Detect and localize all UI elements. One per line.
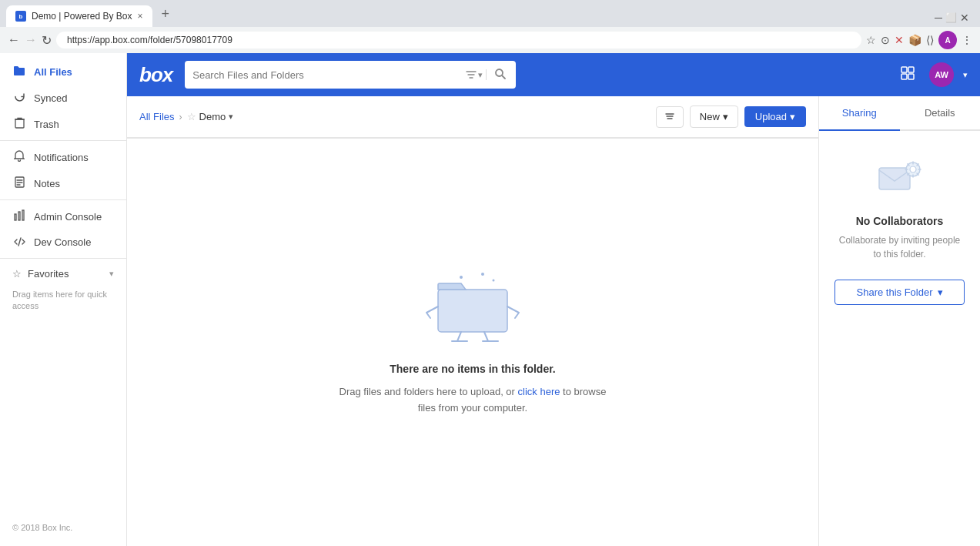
sidebar: All Files Synced Trash Notifications bbox=[0, 53, 127, 546]
breadcrumb-root-link[interactable]: All Files bbox=[139, 111, 175, 122]
grid-view-button[interactable] bbox=[895, 62, 920, 88]
new-label: New bbox=[700, 111, 720, 122]
click-here-link[interactable]: click here bbox=[518, 386, 560, 397]
panel-sharing-content: No Collaborators Collaborate by inviting… bbox=[819, 131, 980, 546]
tab-details[interactable]: Details bbox=[900, 96, 981, 131]
sidebar-item-notifications[interactable]: Notifications bbox=[0, 144, 126, 170]
admin-icon bbox=[12, 209, 26, 223]
upload-label: Upload bbox=[755, 111, 787, 122]
browser-chrome: b Demo | Powered By Box × + ─ ⬜ ✕ ← → ↻ … bbox=[0, 0, 980, 53]
forward-button[interactable]: → bbox=[25, 33, 37, 47]
user-avatar[interactable]: AW bbox=[929, 62, 954, 87]
upload-chevron-icon: ▾ bbox=[790, 111, 795, 122]
active-tab[interactable]: b Demo | Powered By Box × bbox=[6, 5, 152, 27]
search-input[interactable] bbox=[192, 69, 457, 81]
avatar-initials: AW bbox=[935, 70, 948, 79]
extension-1[interactable]: ⊙ bbox=[881, 34, 890, 46]
star-icon: ☆ bbox=[12, 268, 22, 280]
upload-button[interactable]: Upload ▾ bbox=[744, 106, 806, 127]
notes-icon bbox=[12, 176, 26, 190]
url-text: https://app.box.com/folder/57098017709 bbox=[67, 35, 232, 45]
share-folder-button[interactable]: Share this Folder ▾ bbox=[835, 280, 965, 305]
file-section: All Files › ☆ Demo ▾ New ▾ bbox=[127, 96, 818, 546]
sidebar-divider-2 bbox=[0, 199, 126, 200]
sidebar-item-synced[interactable]: Synced bbox=[0, 85, 126, 111]
sidebar-divider-3 bbox=[0, 258, 126, 259]
file-area: There are no items in this folder. Drag … bbox=[127, 139, 818, 546]
breadcrumb-star-icon[interactable]: ☆ bbox=[187, 111, 196, 122]
browser-tab-bar: b Demo | Powered By Box × + ─ ⬜ ✕ bbox=[0, 0, 980, 27]
svg-rect-4 bbox=[22, 210, 24, 220]
back-button[interactable]: ← bbox=[8, 33, 20, 47]
svg-rect-10 bbox=[438, 290, 507, 332]
panel-tabs: Sharing Details bbox=[819, 96, 980, 131]
svg-rect-7 bbox=[908, 67, 914, 72]
sidebar-item-admin-console[interactable]: Admin Console bbox=[0, 203, 126, 229]
breadcrumb: All Files › ☆ Demo ▾ bbox=[139, 111, 233, 122]
avatar-dropdown-icon[interactable]: ▾ bbox=[963, 70, 968, 80]
breadcrumb-dropdown-icon[interactable]: ▾ bbox=[229, 112, 233, 122]
sidebar-favorites[interactable]: ☆ Favorites ▾ bbox=[0, 262, 126, 286]
tab-sharing-label: Sharing bbox=[842, 107, 877, 119]
breadcrumb-separator: › bbox=[179, 112, 182, 122]
empty-subtitle-before: Drag files and folders here to upload, o… bbox=[339, 386, 518, 397]
search-go-button[interactable] bbox=[493, 68, 508, 82]
refresh-button[interactable]: ↻ bbox=[42, 33, 52, 48]
svg-rect-6 bbox=[901, 67, 907, 72]
breadcrumb-current-label: Demo bbox=[199, 111, 226, 122]
trash-icon bbox=[12, 117, 26, 131]
app-body: box ▾ AW ▾ bbox=[127, 53, 980, 546]
tab-close-icon[interactable]: × bbox=[138, 11, 143, 22]
svg-point-12 bbox=[481, 273, 484, 276]
svg-point-13 bbox=[493, 280, 495, 282]
favorites-chevron-icon: ▾ bbox=[109, 269, 114, 279]
sidebar-item-dev-console[interactable]: Dev Console bbox=[0, 229, 126, 255]
tab-sharing[interactable]: Sharing bbox=[819, 96, 900, 131]
svg-rect-8 bbox=[901, 74, 907, 79]
extension-4[interactable]: ⟨⟩ bbox=[926, 34, 934, 46]
sidebar-trash-label: Trash bbox=[34, 119, 59, 130]
sidebar-admin-label: Admin Console bbox=[34, 211, 102, 223]
sidebar-synced-label: Synced bbox=[34, 92, 67, 104]
new-tab-button[interactable]: + bbox=[156, 5, 176, 27]
notifications-icon bbox=[12, 150, 26, 164]
maximize-button[interactable]: ⬜ bbox=[945, 12, 957, 23]
sidebar-drag-hint: Drag items here for quick access bbox=[0, 286, 126, 319]
url-bar[interactable]: https://app.box.com/folder/57098017709 bbox=[56, 32, 861, 49]
breadcrumb-current: ☆ Demo ▾ bbox=[187, 111, 234, 122]
search-bar[interactable]: ▾ bbox=[185, 61, 516, 89]
bookmark-button[interactable]: ☆ bbox=[866, 34, 876, 46]
svg-rect-0 bbox=[15, 119, 24, 128]
sidebar-notifications-label: Notifications bbox=[34, 152, 89, 163]
sidebar-dev-label: Dev Console bbox=[34, 236, 91, 248]
search-filter-button[interactable]: ▾ bbox=[463, 69, 487, 80]
svg-point-16 bbox=[910, 166, 916, 173]
empty-title: There are no items in this folder. bbox=[390, 363, 556, 375]
app-header: box ▾ AW ▾ bbox=[127, 53, 980, 96]
sidebar-footer: © 2018 Box Inc. bbox=[0, 515, 126, 540]
empty-subtitle: Drag files and folders here to upload, o… bbox=[339, 384, 607, 417]
chrome-menu-button[interactable]: ⋮ bbox=[962, 34, 972, 46]
no-collaborators-desc: Collaborate by inviting people to this f… bbox=[835, 233, 965, 261]
tab-favicon: b bbox=[15, 11, 26, 22]
minimize-button[interactable]: ─ bbox=[935, 12, 942, 24]
sidebar-item-notes[interactable]: Notes bbox=[0, 170, 126, 196]
content-toolbar: All Files › ☆ Demo ▾ New ▾ bbox=[127, 96, 818, 138]
sidebar-item-trash[interactable]: Trash bbox=[0, 111, 126, 137]
extension-3[interactable]: 📦 bbox=[908, 34, 921, 46]
svg-point-11 bbox=[460, 276, 463, 279]
share-folder-label: Share this Folder bbox=[857, 286, 933, 298]
new-button[interactable]: New ▾ bbox=[690, 106, 738, 128]
empty-folder-illustration bbox=[423, 268, 523, 347]
content-main: All Files › ☆ Demo ▾ New ▾ bbox=[127, 96, 980, 546]
sidebar-item-all-files[interactable]: All Files bbox=[0, 59, 126, 85]
box-logo: box bbox=[139, 63, 172, 87]
close-window-button[interactable]: ✕ bbox=[960, 12, 969, 24]
extension-2[interactable]: ✕ bbox=[895, 34, 904, 46]
sort-button[interactable] bbox=[656, 106, 684, 128]
tab-title: Demo | Powered By Box bbox=[32, 11, 132, 22]
svg-rect-14 bbox=[879, 168, 910, 189]
svg-rect-3 bbox=[18, 212, 20, 220]
favorites-label: Favorites bbox=[28, 268, 103, 280]
chrome-user-avatar[interactable]: A bbox=[938, 31, 957, 49]
